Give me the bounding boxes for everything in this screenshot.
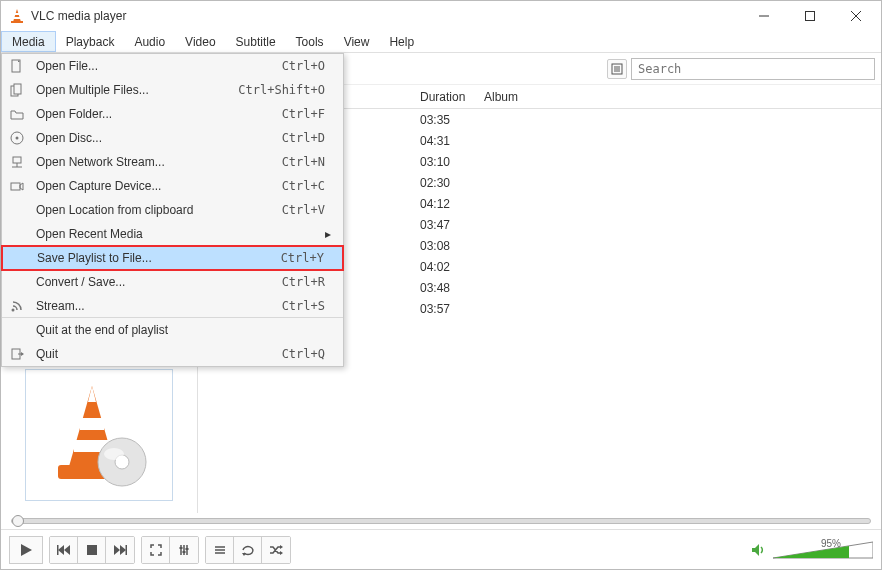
- content-area: Open File...Ctrl+OOpen Multiple Files...…: [1, 53, 881, 513]
- quit-icon: [10, 347, 32, 361]
- svg-marker-40: [114, 545, 120, 555]
- next-button[interactable]: [106, 537, 134, 563]
- media-menu-item-3[interactable]: Open Disc...Ctrl+D: [2, 126, 343, 150]
- menu-playback[interactable]: Playback: [56, 31, 125, 52]
- search-input[interactable]: [631, 58, 875, 80]
- row-duration: 03:08: [420, 239, 484, 253]
- media-menu-item-8[interactable]: Save Playlist to File...Ctrl+Y: [2, 246, 343, 270]
- media-menu-item-1[interactable]: Open Multiple Files...Ctrl+Shift+O: [2, 78, 343, 102]
- column-duration[interactable]: Duration: [420, 90, 484, 104]
- menu-item-shortcut: Ctrl+N: [282, 155, 325, 169]
- svg-point-13: [16, 137, 19, 140]
- svg-point-19: [12, 308, 15, 311]
- fullscreen-button[interactable]: [142, 537, 170, 563]
- media-menu-item-2[interactable]: Open Folder...Ctrl+F: [2, 102, 343, 126]
- speaker-icon[interactable]: [751, 543, 767, 557]
- file-icon: [10, 59, 32, 73]
- menu-item-shortcut: Ctrl+Q: [282, 347, 325, 361]
- menu-item-shortcut: Ctrl+V: [282, 203, 325, 217]
- window-title: VLC media player: [31, 9, 741, 23]
- media-menu-item-12[interactable]: QuitCtrl+Q: [2, 342, 343, 366]
- volume-control: 95%: [751, 540, 873, 560]
- seek-track[interactable]: [11, 518, 871, 524]
- play-button[interactable]: [9, 536, 43, 564]
- media-menu-item-0[interactable]: Open File...Ctrl+O: [2, 54, 343, 78]
- close-button[interactable]: [833, 1, 879, 31]
- svg-marker-53: [280, 545, 283, 549]
- menu-video[interactable]: Video: [175, 31, 225, 52]
- stop-button[interactable]: [78, 537, 106, 563]
- menu-item-label: Open Disc...: [36, 131, 282, 145]
- menu-view[interactable]: View: [334, 31, 380, 52]
- capture-icon: [10, 179, 32, 193]
- row-duration: 03:10: [420, 155, 484, 169]
- media-menu-item-10[interactable]: Stream...Ctrl+S: [2, 294, 343, 318]
- loop-button[interactable]: [234, 537, 262, 563]
- menu-tools[interactable]: Tools: [286, 31, 334, 52]
- menu-item-label: Open Recent Media: [36, 227, 325, 241]
- row-duration: 04:31: [420, 134, 484, 148]
- submenu-arrow-icon: ▸: [325, 227, 335, 241]
- svg-marker-54: [280, 551, 283, 555]
- media-menu-item-5[interactable]: Open Capture Device...Ctrl+C: [2, 174, 343, 198]
- disc-icon: [10, 131, 32, 145]
- svg-marker-24: [88, 386, 96, 402]
- menu-media[interactable]: Media: [1, 31, 56, 52]
- playlist-button[interactable]: [206, 537, 234, 563]
- volume-slider[interactable]: 95%: [773, 540, 873, 560]
- media-dropdown: Open File...Ctrl+OOpen Multiple Files...…: [1, 53, 344, 367]
- row-duration: 03:47: [420, 218, 484, 232]
- media-menu-item-9[interactable]: Convert / Save...Ctrl+R: [2, 270, 343, 294]
- previous-button[interactable]: [50, 537, 78, 563]
- menu-audio[interactable]: Audio: [124, 31, 175, 52]
- album-art-thumb[interactable]: [25, 369, 173, 501]
- menu-item-shortcut: Ctrl+Y: [281, 251, 324, 265]
- menu-item-label: Open Network Stream...: [36, 155, 282, 169]
- media-menu-item-7[interactable]: Open Recent Media▸: [2, 222, 343, 246]
- stream-icon: [10, 299, 32, 313]
- menu-item-label: Open Capture Device...: [36, 179, 282, 193]
- svg-rect-17: [11, 183, 20, 190]
- menu-item-shortcut: Ctrl+D: [282, 131, 325, 145]
- seek-thumb[interactable]: [12, 515, 24, 527]
- files-icon: [10, 83, 32, 97]
- view-mode-button[interactable]: [607, 59, 627, 79]
- menu-item-label: Quit: [36, 347, 282, 361]
- minimize-button[interactable]: [741, 1, 787, 31]
- svg-marker-41: [120, 545, 126, 555]
- menubar: Media Playback Audio Video Subtitle Tool…: [1, 31, 881, 53]
- folder-icon: [10, 107, 32, 121]
- network-icon: [10, 155, 32, 169]
- menu-item-shortcut: Ctrl+Shift+O: [238, 83, 325, 97]
- window-controls: [741, 1, 879, 31]
- menu-item-shortcut: Ctrl+F: [282, 107, 325, 121]
- row-duration: 04:02: [420, 260, 484, 274]
- media-menu-item-6[interactable]: Open Location from clipboardCtrl+V: [2, 198, 343, 222]
- menu-help[interactable]: Help: [379, 31, 424, 52]
- menu-item-label: Stream...: [36, 299, 282, 313]
- row-duration: 03:35: [420, 113, 484, 127]
- menu-subtitle[interactable]: Subtitle: [226, 31, 286, 52]
- svg-rect-25: [80, 418, 104, 430]
- media-menu-item-4[interactable]: Open Network Stream...Ctrl+N: [2, 150, 343, 174]
- vlc-cone-icon: [9, 8, 25, 24]
- menu-item-shortcut: Ctrl+O: [282, 59, 325, 73]
- column-album[interactable]: Album: [484, 90, 881, 104]
- svg-rect-48: [186, 548, 189, 550]
- svg-rect-46: [180, 547, 183, 549]
- row-duration: 03:48: [420, 281, 484, 295]
- maximize-button[interactable]: [787, 1, 833, 31]
- menu-item-label: Save Playlist to File...: [37, 251, 281, 265]
- media-menu-item-11[interactable]: Quit at the end of playlist: [2, 318, 343, 342]
- menu-item-label: Open Location from clipboard: [36, 203, 282, 217]
- svg-marker-36: [58, 545, 64, 555]
- menu-item-shortcut: Ctrl+C: [282, 179, 325, 193]
- svg-marker-38: [64, 545, 70, 555]
- menu-item-label: Open Folder...: [36, 107, 282, 121]
- shuffle-button[interactable]: [262, 537, 290, 563]
- extended-settings-button[interactable]: [170, 537, 198, 563]
- seek-bar[interactable]: [1, 513, 881, 529]
- svg-rect-2: [14, 17, 20, 19]
- menu-item-label: Convert / Save...: [36, 275, 282, 289]
- svg-point-30: [104, 448, 124, 460]
